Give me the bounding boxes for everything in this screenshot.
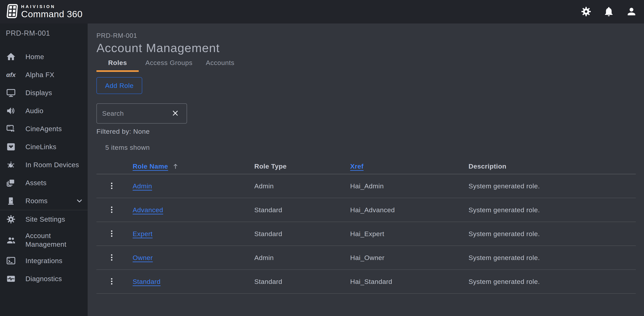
- role-type-value: Standard: [248, 206, 344, 214]
- row-menu-button[interactable]: [106, 178, 118, 194]
- topbar-actions: [580, 6, 644, 18]
- brand-haivision: HAIVISION: [21, 4, 82, 9]
- sidebar-item-label: Rooms: [26, 197, 48, 205]
- sidebar-item-cinelinks[interactable]: CineLinks: [0, 138, 88, 156]
- notifications-button[interactable]: [603, 6, 615, 18]
- table-row: Standard Standard Hai_Standard System ge…: [96, 270, 636, 294]
- sidebar-item-displays[interactable]: Displays: [0, 84, 88, 102]
- role-name-header: Role Name: [127, 162, 248, 170]
- table-row: Admin Admin Hai_Admin System generated r…: [96, 174, 636, 198]
- brand-command360: Command 360: [21, 9, 82, 19]
- sidebar-item-label: Site Settings: [26, 215, 65, 224]
- tab-roles[interactable]: Roles: [96, 59, 139, 72]
- home-icon: [6, 52, 16, 62]
- filtered-by-text: Filtered by: None: [96, 127, 636, 135]
- sidebar-item-integrations[interactable]: Integrations: [0, 252, 88, 270]
- sidebar-item-label: Displays: [26, 89, 52, 97]
- sidebar-item-label: Alpha FX: [26, 71, 54, 79]
- xref-value: Hai_Standard: [344, 278, 463, 285]
- clear-search-button[interactable]: [168, 106, 183, 121]
- tab-label: Accounts: [206, 59, 234, 67]
- assets-icon: [6, 178, 16, 188]
- description-value: System generated role.: [463, 254, 636, 261]
- sidebar-item-rooms[interactable]: Rooms: [0, 192, 88, 210]
- kebab-icon: [107, 229, 116, 239]
- account-button[interactable]: [626, 6, 637, 18]
- site-label: PRD-RM-001: [0, 24, 88, 37]
- role-type-value: Standard: [248, 230, 344, 238]
- sidebar-item-site-settings[interactable]: Site Settings: [0, 210, 88, 228]
- row-menu-button[interactable]: [106, 202, 118, 218]
- topbar: HAIVISION Command 360: [0, 0, 644, 24]
- table-row: Advanced Standard Hai_Advanced System ge…: [96, 198, 636, 222]
- xref-value: Hai_Advanced: [344, 206, 463, 214]
- sidebar-item-alpha-fx[interactable]: αfx Alpha FX: [0, 66, 88, 84]
- sidebar-nav: Home αfx Alpha FX Displays: [0, 48, 88, 288]
- rooms-icon: [6, 196, 16, 206]
- sidebar-item-label: CineAgents: [26, 125, 62, 133]
- audio-icon: [6, 106, 16, 116]
- sidebar-item-diagnostics[interactable]: Diagnostics: [0, 270, 88, 288]
- sidebar-item-audio[interactable]: Audio: [0, 102, 88, 120]
- row-menu-button[interactable]: [106, 226, 118, 242]
- xref-value: Hai_Expert: [344, 230, 463, 238]
- role-link[interactable]: Standard: [133, 278, 160, 285]
- tab-accounts[interactable]: Accounts: [199, 59, 241, 72]
- tab-label: Access Groups: [145, 59, 192, 67]
- people-icon: [6, 235, 16, 245]
- sidebar-item-label: Audio: [26, 107, 44, 115]
- alpha-fx-icon: αfx: [6, 70, 16, 80]
- table-header-row: Role Name Role Type Xref Description: [96, 159, 636, 174]
- sidebar-item-assets[interactable]: Assets: [0, 174, 88, 192]
- description-value: System generated role.: [463, 230, 636, 238]
- role-link[interactable]: Owner: [133, 254, 153, 261]
- display-icon: [6, 88, 16, 98]
- gear-icon: [6, 214, 16, 224]
- tab-label: Roles: [108, 59, 127, 67]
- bell-icon: [603, 6, 614, 18]
- xref-sort-link[interactable]: Xref: [350, 162, 364, 170]
- in-room-devices-icon: [6, 160, 16, 170]
- app-root: HAIVISION Command 360: [0, 0, 644, 316]
- kebab-icon: [107, 205, 116, 215]
- role-link[interactable]: Expert: [133, 230, 152, 237]
- tab-bar: Roles Access Groups Accounts: [96, 59, 636, 72]
- settings-button[interactable]: [580, 6, 592, 18]
- app-logo[interactable]: HAIVISION Command 360: [6, 3, 82, 20]
- sidebar-item-label: CineLinks: [26, 143, 56, 151]
- row-menu-button[interactable]: [106, 250, 118, 265]
- description-value: System generated role.: [463, 206, 636, 214]
- sidebar-item-account-management[interactable]: Account Management: [0, 228, 88, 252]
- chevron-down-icon[interactable]: [75, 197, 84, 205]
- sidebar-item-in-room-devices[interactable]: In Room Devices: [0, 156, 88, 174]
- roles-table: Role Name Role Type Xref Description Adm…: [96, 159, 636, 294]
- brand-text: HAIVISION Command 360: [21, 4, 82, 19]
- page-title: Account Management: [96, 41, 636, 55]
- table-row: Expert Standard Hai_Expert System genera…: [96, 222, 636, 246]
- breadcrumb: PRD-RM-001: [96, 32, 636, 40]
- role-type-value: Admin: [248, 254, 344, 261]
- cineagents-icon: [6, 124, 16, 134]
- tab-access-groups[interactable]: Access Groups: [139, 59, 199, 72]
- kebab-icon: [107, 277, 116, 286]
- search-input[interactable]: [97, 104, 168, 123]
- kebab-icon: [107, 181, 116, 191]
- add-role-button[interactable]: Add Role: [96, 77, 142, 94]
- description-header: Description: [463, 162, 636, 170]
- cinelinks-icon: [6, 142, 16, 152]
- row-menu-button[interactable]: [106, 274, 118, 289]
- sidebar-item-home[interactable]: Home: [0, 48, 88, 66]
- sidebar-item-label: Assets: [26, 179, 46, 187]
- sidebar-item-cineagents[interactable]: CineAgents: [0, 120, 88, 138]
- sidebar-item-label: Integrations: [26, 256, 62, 265]
- role-link[interactable]: Admin: [133, 182, 152, 190]
- items-shown-text: 5 items shown: [96, 144, 636, 151]
- role-link[interactable]: Advanced: [133, 206, 163, 214]
- sidebar-item-label: Home: [26, 53, 44, 61]
- role-name-sort-link[interactable]: Role Name: [133, 162, 168, 170]
- role-type-value: Standard: [248, 278, 344, 285]
- close-icon: [171, 109, 180, 118]
- role-type-value: Admin: [248, 182, 344, 190]
- xref-value: Hai_Owner: [344, 254, 463, 261]
- diagnostics-icon: [6, 274, 16, 284]
